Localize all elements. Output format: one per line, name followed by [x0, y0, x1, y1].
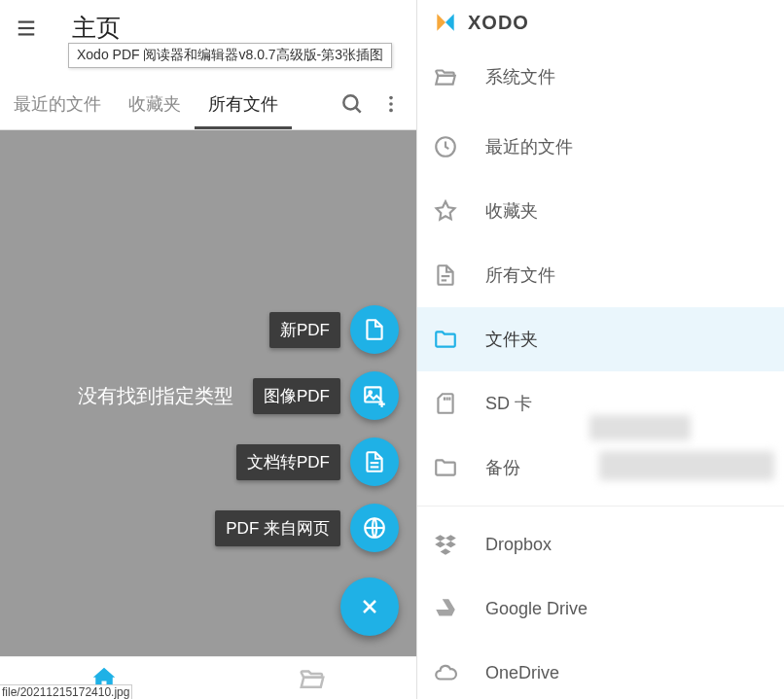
svg-point-6 — [389, 102, 393, 106]
fab-label-pdf-from-web: PDF 来自网页 — [215, 510, 340, 546]
tabs-row: 最近的文件 收藏夹 所有文件 — [0, 79, 416, 130]
nav-item-onedrive[interactable]: OneDrive — [417, 641, 784, 699]
nav-label: Dropbox — [485, 535, 552, 555]
empty-state-text: 没有找到指定类型 — [78, 383, 233, 409]
fab-label-image-pdf: 图像PDF — [253, 378, 340, 414]
nav-label: Google Drive — [485, 599, 588, 619]
document-icon — [362, 317, 387, 342]
logo-icon — [433, 10, 458, 35]
nav-label: OneDrive — [485, 663, 559, 683]
clock-icon — [433, 134, 458, 159]
nav-list: 系统文件 最近的文件 收藏夹 所有文件 文件夹 SD 卡 — [417, 45, 784, 699]
redacted-meta — [589, 415, 691, 440]
svg-point-7 — [389, 109, 393, 113]
search-button[interactable] — [333, 85, 372, 123]
globe-icon — [362, 515, 387, 541]
tab-favorites[interactable]: 收藏夹 — [115, 79, 195, 129]
fab-close-button[interactable] — [340, 577, 399, 636]
fab-row-image-pdf: 图像PDF — [253, 371, 399, 420]
folder-icon — [433, 455, 458, 480]
hamburger-icon[interactable] — [14, 17, 39, 39]
content-area: 没有找到指定类型 新PDF 图像PDF 文档转PDF — [0, 130, 416, 699]
svg-point-3 — [343, 95, 357, 109]
fab-label-doc-to-pdf: 文档转PDF — [236, 444, 340, 480]
star-icon — [433, 198, 458, 224]
nav-label: 文件夹 — [485, 328, 538, 351]
tab-all-files[interactable]: 所有文件 — [195, 79, 292, 129]
fab-label-new-pdf: 新PDF — [269, 312, 340, 348]
svg-point-5 — [389, 96, 393, 100]
svg-line-4 — [355, 107, 360, 112]
nav-item-system[interactable]: 系统文件 — [417, 45, 784, 109]
svg-point-9 — [369, 391, 372, 394]
fab-new-pdf-button[interactable] — [350, 305, 399, 354]
page-title: 主页 — [72, 12, 121, 44]
nav-item-all[interactable]: 所有文件 — [417, 243, 784, 307]
redacted-meta — [599, 451, 774, 480]
sd-card-icon — [433, 391, 458, 416]
close-icon — [358, 595, 381, 618]
nav-label: SD 卡 — [485, 392, 532, 415]
brand-name: XODO — [468, 12, 529, 34]
fab-stack: 新PDF 图像PDF 文档转PDF — [215, 305, 399, 636]
dropbox-icon — [433, 532, 458, 557]
fab-row-doc-to-pdf: 文档转PDF — [236, 437, 399, 486]
cloud-icon — [433, 660, 458, 685]
tooltip: Xodo PDF 阅读器和编辑器v8.0.7高级版-第3张插图 — [68, 43, 392, 68]
folder-open-icon — [433, 64, 458, 89]
folder-open-icon — [298, 664, 327, 693]
fab-pdf-from-web-button[interactable] — [350, 504, 399, 552]
more-button[interactable] — [372, 85, 410, 123]
nav-item-favorites[interactable]: 收藏夹 — [417, 179, 784, 243]
nav-item-gdrive[interactable]: Google Drive — [417, 577, 784, 641]
nav-label: 收藏夹 — [485, 199, 538, 223]
fab-doc-to-pdf-button[interactable] — [350, 437, 399, 486]
file-icon — [433, 262, 458, 288]
fab-row-pdf-from-web: PDF 来自网页 — [215, 504, 399, 552]
nav-item-dropbox[interactable]: Dropbox — [417, 512, 784, 577]
folder-icon — [433, 327, 458, 352]
nav-label: 所有文件 — [485, 263, 555, 287]
nav-item-folders[interactable]: 文件夹 — [417, 307, 784, 371]
doc-lines-icon — [362, 449, 387, 474]
brand-row: XODO — [417, 0, 784, 45]
nav-label: 备份 — [485, 456, 520, 479]
tab-recent[interactable]: 最近的文件 — [0, 79, 115, 129]
gdrive-icon — [433, 596, 458, 621]
nav-divider — [417, 506, 784, 507]
fab-image-pdf-button[interactable] — [350, 371, 399, 420]
bottom-nav-folder[interactable] — [208, 664, 416, 693]
fab-row-new-pdf: 新PDF — [269, 305, 399, 354]
url-fragment: file/20211215172410.jpg — [0, 684, 132, 699]
nav-label: 系统文件 — [485, 65, 555, 88]
nav-label: 最近的文件 — [485, 135, 573, 158]
image-plus-icon — [362, 383, 387, 408]
nav-item-recent[interactable]: 最近的文件 — [417, 115, 784, 179]
